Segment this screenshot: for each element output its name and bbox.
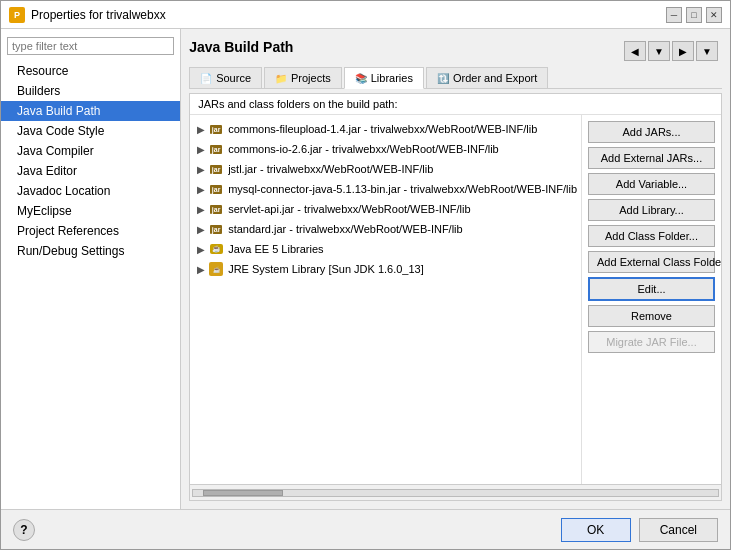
- main-window: P Properties for trivalwebxx ─ □ ✕ Resou…: [0, 0, 731, 550]
- panel-header: Java Build Path ◀ ▼ ▶ ▼: [189, 37, 722, 67]
- bottom-left: ?: [13, 519, 35, 541]
- tree-item-6[interactable]: ▶ ☕ Java EE 5 Libraries: [190, 239, 581, 259]
- lib-icon-6: ☕: [208, 241, 224, 257]
- panel-title: Java Build Path: [189, 39, 293, 55]
- sidebar-item-javadoc-location[interactable]: Javadoc Location: [1, 181, 180, 201]
- projects-tab-icon: 📁: [275, 73, 287, 84]
- sidebar-item-resource[interactable]: Resource: [1, 61, 180, 81]
- sidebar-item-java-compiler[interactable]: Java Compiler: [1, 141, 180, 161]
- horizontal-scrollbar[interactable]: [190, 484, 721, 500]
- tab-source[interactable]: 📄 Source: [189, 67, 262, 88]
- tab-bar: 📄 Source 📁 Projects 📚 Libraries 🔃 Order …: [189, 67, 722, 89]
- titlebar: P Properties for trivalwebxx ─ □ ✕: [1, 1, 730, 29]
- order-export-tab-icon: 🔃: [437, 73, 449, 84]
- edit-button[interactable]: Edit...: [588, 277, 715, 301]
- window-icon: P: [9, 7, 25, 23]
- tree-item-4[interactable]: ▶ jar servlet-api.jar - trivalwebxx/WebR…: [190, 199, 581, 219]
- add-external-class-folder-button[interactable]: Add External Class Folder...: [588, 251, 715, 273]
- add-library-button[interactable]: Add Library...: [588, 199, 715, 221]
- jar-icon-3: jar: [208, 181, 224, 197]
- titlebar-controls: ─ □ ✕: [666, 7, 722, 23]
- sidebar-item-myeclipse[interactable]: MyEclipse: [1, 201, 180, 221]
- jre-icon-7: ☕: [208, 261, 224, 277]
- nav-forward-dropdown-button[interactable]: ▼: [696, 41, 718, 61]
- tree-item-5[interactable]: ▶ jar standard.jar - trivalwebxx/WebRoot…: [190, 219, 581, 239]
- sidebar-item-builders[interactable]: Builders: [1, 81, 180, 101]
- tree-area[interactable]: ▶ jar commons-fileupload-1.4.jar - triva…: [190, 115, 581, 484]
- expand-icon-7[interactable]: ▶: [194, 262, 208, 276]
- tab-order-export[interactable]: 🔃 Order and Export: [426, 67, 548, 88]
- add-variable-button[interactable]: Add Variable...: [588, 173, 715, 195]
- sidebar: Resource Builders Java Build Path Java C…: [1, 29, 181, 509]
- expand-icon-2[interactable]: ▶: [194, 162, 208, 176]
- tree-item-0[interactable]: ▶ jar commons-fileupload-1.4.jar - triva…: [190, 119, 581, 139]
- libraries-tab-icon: 📚: [355, 73, 367, 84]
- tree-item-2[interactable]: ▶ jar jstl.jar - trivalwebxx/WebRoot/WEB…: [190, 159, 581, 179]
- scrollbar-thumb[interactable]: [203, 490, 283, 496]
- jar-icon-2: jar: [208, 161, 224, 177]
- panel-content: JARs and class folders on the build path…: [189, 93, 722, 501]
- migrate-jar-button[interactable]: Migrate JAR File...: [588, 331, 715, 353]
- scrollbar-track[interactable]: [192, 489, 719, 497]
- minimize-button[interactable]: ─: [666, 7, 682, 23]
- close-button[interactable]: ✕: [706, 7, 722, 23]
- expand-icon-3[interactable]: ▶: [194, 182, 208, 196]
- tab-libraries[interactable]: 📚 Libraries: [344, 67, 424, 89]
- maximize-button[interactable]: □: [686, 7, 702, 23]
- jar-icon-1: jar: [208, 141, 224, 157]
- jar-icon-5: jar: [208, 221, 224, 237]
- sidebar-item-java-code-style[interactable]: Java Code Style: [1, 121, 180, 141]
- sidebar-item-java-editor[interactable]: Java Editor: [1, 161, 180, 181]
- filter-input[interactable]: [7, 37, 174, 55]
- sidebar-item-run-debug-settings[interactable]: Run/Debug Settings: [1, 241, 180, 261]
- tree-item-3[interactable]: ▶ jar mysql-connector-java-5.1.13-bin.ja…: [190, 179, 581, 199]
- add-external-jars-button[interactable]: Add External JARs...: [588, 147, 715, 169]
- nav-back-button[interactable]: ◀: [624, 41, 646, 61]
- main-panel: Java Build Path ◀ ▼ ▶ ▼ 📄 Source 📁 Proje…: [181, 29, 730, 509]
- source-tab-icon: 📄: [200, 73, 212, 84]
- cancel-button[interactable]: Cancel: [639, 518, 718, 542]
- tree-item-1[interactable]: ▶ jar commons-io-2.6.jar - trivalwebxx/W…: [190, 139, 581, 159]
- remove-button[interactable]: Remove: [588, 305, 715, 327]
- nav-dropdown-button[interactable]: ▼: [648, 41, 670, 61]
- jar-icon-4: jar: [208, 201, 224, 217]
- add-class-folder-button[interactable]: Add Class Folder...: [588, 225, 715, 247]
- tree-item-7[interactable]: ▶ ☕ JRE System Library [Sun JDK 1.6.0_13…: [190, 259, 581, 279]
- tab-projects[interactable]: 📁 Projects: [264, 67, 342, 88]
- jar-icon-0: jar: [208, 121, 224, 137]
- panel-description: JARs and class folders on the build path…: [190, 94, 721, 115]
- content-area: Resource Builders Java Build Path Java C…: [1, 29, 730, 509]
- help-button[interactable]: ?: [13, 519, 35, 541]
- bottom-bar: ? OK Cancel: [1, 509, 730, 549]
- nav-forward-button[interactable]: ▶: [672, 41, 694, 61]
- bottom-right: OK Cancel: [561, 518, 718, 542]
- navigation-arrows: ◀ ▼ ▶ ▼: [624, 41, 718, 61]
- expand-icon-0[interactable]: ▶: [194, 122, 208, 136]
- add-jars-button[interactable]: Add JARs...: [588, 121, 715, 143]
- expand-icon-4[interactable]: ▶: [194, 202, 208, 216]
- sidebar-item-java-build-path[interactable]: Java Build Path: [1, 101, 180, 121]
- titlebar-left: P Properties for trivalwebxx: [9, 7, 166, 23]
- expand-icon-1[interactable]: ▶: [194, 142, 208, 156]
- sidebar-item-project-references[interactable]: Project References: [1, 221, 180, 241]
- window-title: Properties for trivalwebxx: [31, 8, 166, 22]
- buttons-panel: Add JARs... Add External JARs... Add Var…: [581, 115, 721, 484]
- ok-button[interactable]: OK: [561, 518, 631, 542]
- expand-icon-5[interactable]: ▶: [194, 222, 208, 236]
- expand-icon-6[interactable]: ▶: [194, 242, 208, 256]
- panel-body: ▶ jar commons-fileupload-1.4.jar - triva…: [190, 115, 721, 484]
